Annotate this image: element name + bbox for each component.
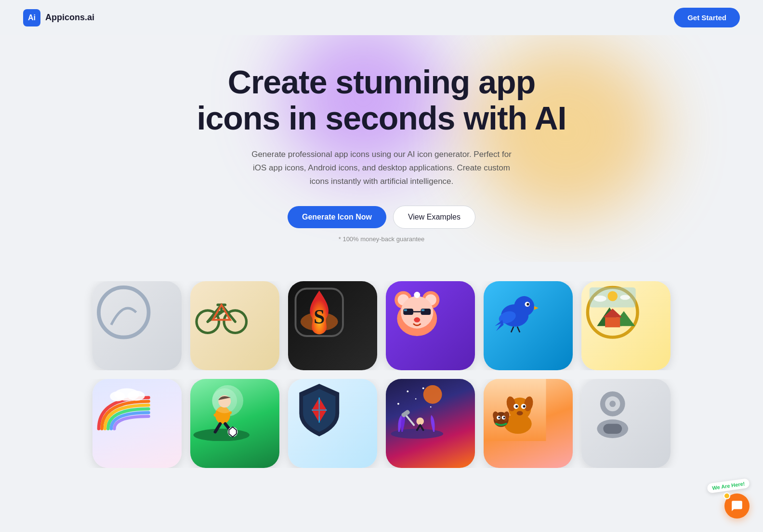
chat-widget: We Are Here! <box>707 481 750 519</box>
svg-line-33 <box>517 326 520 332</box>
svg-line-8 <box>219 311 224 312</box>
icon-row-2 <box>0 379 763 468</box>
get-started-button[interactable]: Get Started <box>674 8 740 27</box>
svg-text:S: S <box>314 306 325 328</box>
list-item <box>288 379 377 468</box>
svg-point-47 <box>193 428 250 441</box>
svg-marker-31 <box>534 306 539 310</box>
logo-icon: Ai <box>23 9 40 26</box>
svg-point-80 <box>517 411 523 415</box>
svg-point-40 <box>607 291 618 301</box>
svg-point-24 <box>414 317 420 322</box>
list-item <box>92 281 182 370</box>
logo-area: Ai Appicons.ai <box>23 9 94 26</box>
svg-point-41 <box>594 296 606 302</box>
svg-point-92 <box>609 401 616 407</box>
svg-line-64 <box>406 415 414 425</box>
svg-point-66 <box>407 390 408 392</box>
svg-rect-23 <box>421 309 424 311</box>
navbar: Ai Appicons.ai Get Started <box>0 0 763 35</box>
list-item: S <box>288 281 377 370</box>
svg-line-32 <box>511 326 513 332</box>
list-item <box>190 281 279 370</box>
svg-point-27 <box>514 296 534 316</box>
chat-label: We Are Here! <box>707 478 750 493</box>
svg-rect-37 <box>605 317 620 327</box>
svg-rect-22 <box>404 309 407 311</box>
logo-text: Appicons.ai <box>45 13 94 23</box>
svg-point-25 <box>414 292 420 298</box>
list-item <box>581 281 671 370</box>
svg-point-77 <box>515 405 518 407</box>
svg-point-87 <box>503 416 505 418</box>
svg-point-85 <box>498 416 500 418</box>
hero-subtitle: Generate professional app icons using ou… <box>247 148 516 188</box>
generate-icon-button[interactable]: Generate Icon Now <box>288 206 386 228</box>
icon-gallery: S <box>0 262 763 468</box>
svg-point-79 <box>523 405 526 407</box>
cta-buttons: Generate Icon Now View Examples <box>10 206 753 229</box>
svg-point-67 <box>397 403 399 405</box>
svg-point-58 <box>313 404 326 416</box>
svg-point-55 <box>212 388 237 413</box>
hero-title: Create stunning app icons in seconds wit… <box>194 64 569 136</box>
svg-point-45 <box>128 390 145 401</box>
list-item <box>484 379 573 468</box>
hero-section: Create stunning app icons in seconds wit… <box>0 35 763 262</box>
view-examples-button[interactable]: View Examples <box>393 206 475 229</box>
list-item <box>92 379 182 468</box>
list-item <box>484 281 573 370</box>
svg-point-44 <box>110 391 125 402</box>
svg-point-69 <box>415 398 417 400</box>
icon-row-1: S <box>0 281 763 370</box>
list-item <box>386 281 475 370</box>
svg-point-30 <box>526 303 529 305</box>
svg-point-42 <box>620 295 630 299</box>
svg-rect-90 <box>603 424 622 434</box>
list-item <box>190 379 279 468</box>
svg-point-61 <box>416 417 424 425</box>
list-item <box>581 379 671 468</box>
svg-point-0 <box>99 287 149 337</box>
guarantee-text: * 100% money-back guarantee <box>10 235 753 243</box>
svg-point-70 <box>430 406 432 408</box>
svg-point-59 <box>423 385 442 404</box>
chat-indicator <box>724 493 730 499</box>
list-item <box>386 379 475 468</box>
svg-point-68 <box>422 387 424 389</box>
